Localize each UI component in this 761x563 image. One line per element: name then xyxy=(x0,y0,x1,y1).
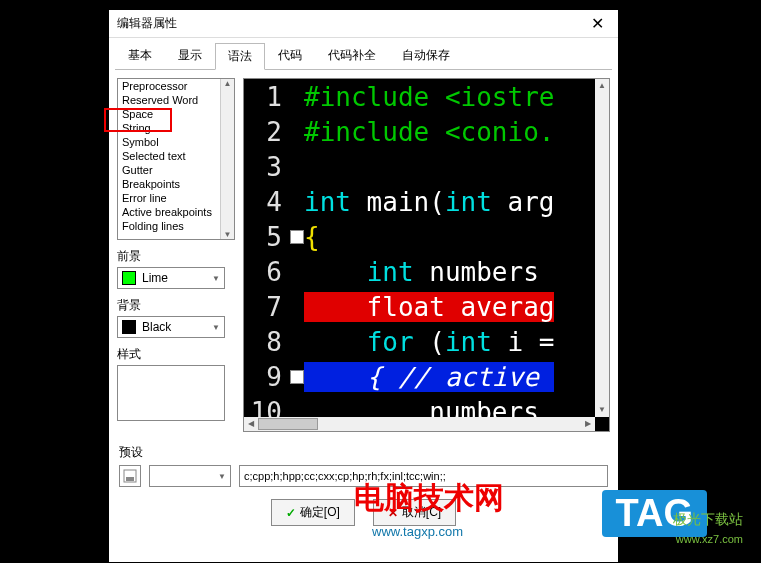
foreground-color-select[interactable]: Lime ▼ xyxy=(117,267,225,289)
line-number: 4 xyxy=(244,187,290,217)
watermark2-text: 极光下载站 xyxy=(673,511,743,529)
line-number: 8 xyxy=(244,327,290,357)
line-number: 2 xyxy=(244,117,290,147)
code-text: #include <conio. xyxy=(304,117,554,147)
scroll-down-icon[interactable]: ▼ xyxy=(595,403,609,417)
code-line: 1#include <iostre xyxy=(244,79,609,114)
scroll-left-icon[interactable]: ◀ xyxy=(244,417,258,431)
code-line: 8 for (int i = xyxy=(244,324,609,359)
code-text: int main(int arg xyxy=(304,187,554,217)
line-number: 3 xyxy=(244,152,290,182)
horizontal-scrollbar[interactable]: ◀ ▶ xyxy=(244,417,595,431)
color-swatch-icon xyxy=(122,320,136,334)
scroll-up-icon[interactable]: ▲ xyxy=(595,79,609,93)
tab-display[interactable]: 显示 xyxy=(165,42,215,69)
list-scrollbar[interactable] xyxy=(220,79,234,239)
color-swatch-icon xyxy=(122,271,136,285)
list-item[interactable]: Preprocessor xyxy=(118,79,234,93)
code-line: 2#include <conio. xyxy=(244,114,609,149)
chevron-down-icon: ▼ xyxy=(214,472,230,481)
left-panel: Preprocessor Reserved Word Space String … xyxy=(117,78,235,432)
tab-autosave[interactable]: 自动保存 xyxy=(389,42,463,69)
chevron-down-icon: ▼ xyxy=(212,323,220,332)
code-line: 3 xyxy=(244,149,609,184)
code-line: 7 float averag xyxy=(244,289,609,324)
vertical-scrollbar[interactable]: ▲ ▼ xyxy=(595,79,609,417)
code-line: 6 int numbers xyxy=(244,254,609,289)
background-color-select[interactable]: Black ▼ xyxy=(117,316,225,338)
svg-rect-1 xyxy=(126,477,134,481)
list-item[interactable]: String xyxy=(118,121,234,135)
line-number: 9 xyxy=(244,362,290,392)
list-item[interactable]: Error line xyxy=(118,191,234,205)
tab-basic[interactable]: 基本 xyxy=(115,42,165,69)
ok-label: 确定[O] xyxy=(300,504,340,521)
list-item[interactable]: Folding lines xyxy=(118,219,234,233)
list-item[interactable]: Reserved Word xyxy=(118,93,234,107)
list-item[interactable]: Gutter xyxy=(118,163,234,177)
watermark-url: www.tagxp.com xyxy=(372,524,463,539)
list-item[interactable]: Active breakpoints xyxy=(118,205,234,219)
breakpoint-marker-icon xyxy=(290,230,304,244)
style-label: 样式 xyxy=(117,346,235,363)
list-item[interactable]: Selected text xyxy=(118,149,234,163)
code-text: int numbers xyxy=(304,257,539,287)
syntax-element-list[interactable]: Preprocessor Reserved Word Space String … xyxy=(117,78,235,240)
code-text: { // active xyxy=(304,362,554,392)
background-label: 背景 xyxy=(117,297,235,314)
foreground-value: Lime xyxy=(142,271,168,285)
preset-label: 预设 xyxy=(119,444,608,461)
line-number: 5 xyxy=(244,222,290,252)
style-list[interactable] xyxy=(117,365,225,421)
tab-completion[interactable]: 代码补全 xyxy=(315,42,389,69)
preset-select[interactable]: ▼ xyxy=(149,465,231,487)
line-number: 1 xyxy=(244,82,290,112)
code-text: for (int i = xyxy=(304,327,555,357)
tab-syntax[interactable]: 语法 xyxy=(215,43,265,70)
ok-button[interactable]: ✓ 确定[O] xyxy=(271,499,355,526)
tab-bar: 基本 显示 语法 代码 代码补全 自动保存 xyxy=(109,38,618,69)
code-text: #include <iostre xyxy=(304,82,554,112)
titlebar: 编辑器属性 ✕ xyxy=(109,10,618,38)
code-text: float averag xyxy=(304,292,554,322)
code-preview: 1#include <iostre2#include <conio.34int … xyxy=(243,78,610,432)
window-title: 编辑器属性 xyxy=(117,15,177,32)
code-line: 4int main(int arg xyxy=(244,184,609,219)
line-number: 7 xyxy=(244,292,290,322)
watermark2-url: www.xz7.com xyxy=(676,533,743,545)
background-value: Black xyxy=(142,320,171,334)
chevron-down-icon: ▼ xyxy=(212,274,220,283)
watermark-text: 电脑技术网 xyxy=(354,478,504,519)
breakpoint-marker-icon xyxy=(290,370,304,384)
list-item[interactable]: Breakpoints xyxy=(118,177,234,191)
scroll-right-icon[interactable]: ▶ xyxy=(581,417,595,431)
code-text: { xyxy=(304,222,320,252)
list-item[interactable]: Symbol xyxy=(118,135,234,149)
close-icon[interactable]: ✕ xyxy=(585,14,610,33)
foreground-label: 前景 xyxy=(117,248,235,265)
check-icon: ✓ xyxy=(286,506,296,520)
code-line: 9 { // active xyxy=(244,359,609,394)
list-item[interactable]: Space xyxy=(118,107,234,121)
scroll-thumb[interactable] xyxy=(258,418,318,430)
content-area: Preprocessor Reserved Word Space String … xyxy=(109,70,618,440)
preset-save-icon[interactable] xyxy=(119,465,141,487)
line-number: 6 xyxy=(244,257,290,287)
tab-code[interactable]: 代码 xyxy=(265,42,315,69)
code-line: 5{ xyxy=(244,219,609,254)
